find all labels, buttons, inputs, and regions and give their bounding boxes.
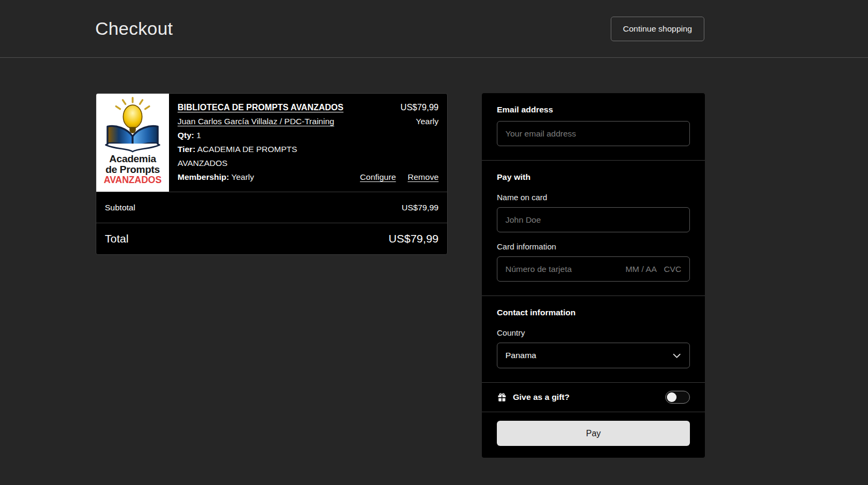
pay-with-heading: Pay with: [497, 172, 690, 182]
qty-value: 1: [196, 131, 201, 140]
logo-line-3: AVANZADOS: [104, 175, 162, 185]
total-value: US$79,99: [389, 232, 439, 245]
country-select[interactable]: Panama: [497, 343, 690, 368]
total-row: Total US$79,99: [96, 223, 447, 254]
country-label: Country: [497, 328, 690, 337]
checkout-panel: Email address Pay with Name on card Card…: [482, 93, 705, 458]
continue-shopping-button[interactable]: Continue shopping: [611, 17, 704, 41]
qty-line: Qty: 1: [178, 128, 341, 142]
card-information-label: Card information: [497, 242, 690, 251]
card-information-field: [497, 256, 690, 282]
chevron-down-icon: [672, 351, 681, 360]
billing-period: Yearly: [416, 115, 439, 128]
membership-line: Membership: Yearly: [178, 170, 254, 184]
logo-line-2: de Prompts: [104, 164, 162, 175]
cart-item: Academia de Prompts AVANZADOS BIBLIOTECA…: [96, 94, 447, 192]
email-section: Email address: [482, 93, 705, 160]
academia-logo-text: Academia de Prompts AVANZADOS: [104, 154, 162, 185]
configure-link[interactable]: Configure: [360, 170, 396, 184]
cart-card: Academia de Prompts AVANZADOS BIBLIOTECA…: [96, 93, 448, 255]
pay-section: Pay: [482, 412, 705, 458]
gift-section: Give as a gift?: [482, 382, 705, 412]
country-selected-value: Panama: [505, 351, 536, 360]
card-cvc-input[interactable]: [659, 257, 681, 281]
page-title: Checkout: [95, 18, 173, 39]
qty-label: Qty:: [178, 131, 194, 140]
product-price: US$79,99: [401, 101, 439, 115]
remove-link[interactable]: Remove: [408, 170, 439, 184]
email-input[interactable]: [497, 121, 690, 146]
tier-value: ACADEMIA DE PROMPTS AVANZADOS: [178, 145, 297, 168]
lightbulb-icon: [123, 105, 142, 128]
subtotal-value: US$79,99: [402, 203, 439, 213]
product-details: BIBLIOTECA DE PROMPTS AVANZADOS US$79,99…: [169, 94, 447, 192]
gift-toggle[interactable]: [665, 391, 690, 404]
subtotal-label: Subtotal: [105, 203, 135, 213]
email-label: Email address: [497, 105, 690, 115]
header: Checkout Continue shopping: [0, 0, 868, 58]
product-image: Academia de Prompts AVANZADOS: [96, 94, 169, 192]
product-title-link[interactable]: BIBLIOTECA DE PROMPTS AVANZADOS: [178, 101, 343, 115]
contact-heading: Contact information: [497, 308, 690, 317]
card-number-input[interactable]: [505, 257, 618, 281]
tier-label: Tier:: [178, 145, 195, 154]
card-expiry-input[interactable]: [618, 257, 657, 281]
name-on-card-label: Name on card: [497, 193, 690, 202]
name-on-card-input[interactable]: [497, 207, 690, 232]
total-label: Total: [105, 232, 128, 245]
membership-label: Membership:: [178, 172, 229, 181]
gift-icon: [497, 392, 507, 403]
membership-value: Yearly: [232, 172, 255, 181]
logo-line-1: Academia: [104, 154, 162, 164]
pay-with-section: Pay with Name on card Card information: [482, 160, 705, 295]
academia-logo-graphic: [101, 97, 164, 153]
gift-label: Give as a gift?: [513, 392, 570, 402]
pay-button[interactable]: Pay: [497, 421, 690, 446]
item-actions: Configure Remove: [360, 170, 439, 184]
contact-section: Contact information Country Panama: [482, 295, 705, 382]
gift-toggle-knob: [667, 392, 677, 402]
subtotal-row: Subtotal US$79,99: [96, 192, 447, 223]
tier-line: Tier: ACADEMIA DE PROMPTS AVANZADOS: [178, 142, 341, 170]
product-author-link[interactable]: Juan Carlos García Villalaz / PDC-Traini…: [178, 115, 334, 128]
